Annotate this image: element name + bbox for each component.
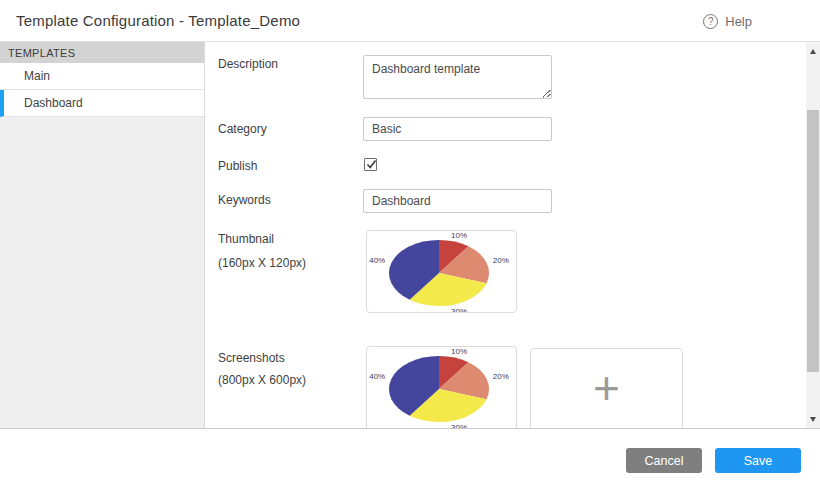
publish-label: Publish [218,159,257,173]
svg-text:10%: 10% [451,231,467,240]
triangle-up-icon [810,49,816,54]
help-label: Help [725,14,752,29]
category-input[interactable] [363,117,552,141]
dialog-footer: Cancel Save [0,428,820,489]
checkmark-icon [365,158,378,171]
screenshots-size-hint: (800px X 600px) [218,373,306,387]
triangle-down-icon [810,417,816,422]
add-screenshot-button[interactable]: + [530,348,683,428]
svg-text:20%: 20% [493,372,509,381]
sidebar-item-dashboard[interactable]: Dashboard [0,90,204,117]
svg-text:20%: 20% [493,256,509,265]
sidebar-header: TEMPLATES [0,42,204,63]
vertical-scrollbar[interactable] [806,42,820,428]
templates-sidebar: TEMPLATES Main Dashboard [0,42,205,428]
form-content: Description Dashboard template Category … [206,42,806,428]
keywords-input[interactable] [363,189,552,213]
help-button[interactable]: ? Help [703,0,752,42]
plus-icon: + [593,365,620,411]
svg-text:40%: 40% [369,256,385,265]
screenshots-label: Screenshots [218,351,285,365]
category-label: Category [218,122,267,136]
sidebar-item-main[interactable]: Main [0,63,204,90]
description-label: Description [218,57,278,71]
help-icon: ? [703,14,718,29]
scrollbar-down-button[interactable] [806,412,820,426]
svg-text:40%: 40% [369,372,385,381]
screenshot-image-card[interactable]: 10%20%30%40% [366,346,517,428]
scrollbar-thumb[interactable] [807,110,819,372]
thumbnail-pie-chart: 10%20%30%40% [367,231,516,312]
dialog-header: Template Configuration - Template_Demo ?… [0,0,820,42]
dialog-title: Template Configuration - Template_Demo [16,12,300,29]
cancel-button[interactable]: Cancel [626,448,702,473]
thumbnail-size-hint: (160px X 120px) [218,256,306,270]
save-button[interactable]: Save [715,448,801,473]
sidebar-item-label: Dashboard [24,96,83,110]
publish-checkbox[interactable] [364,158,377,171]
keywords-label: Keywords [218,193,271,207]
svg-text:30%: 30% [451,307,467,313]
svg-text:10%: 10% [451,347,467,356]
screenshot-pie-chart: 10%20%30%40% [367,347,516,428]
description-textarea[interactable]: Dashboard template [363,55,552,99]
template-configuration-dialog: Template Configuration - Template_Demo ?… [0,0,820,489]
sidebar-item-label: Main [24,69,50,83]
scrollbar-up-button[interactable] [806,44,820,58]
thumbnail-image-card[interactable]: 10%20%30%40% [366,230,517,313]
thumbnail-label: Thumbnail [218,232,274,246]
